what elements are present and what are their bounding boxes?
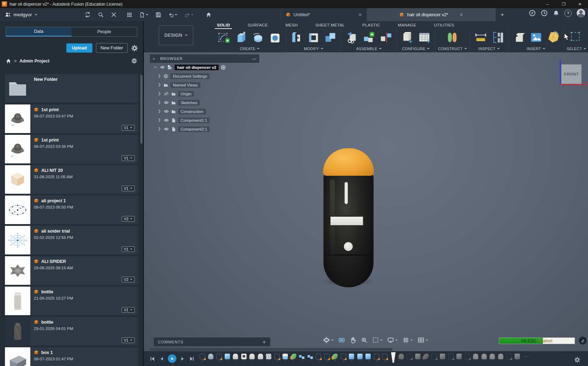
viewport-canvas[interactable]: « BROWSER — hair oil dispencer v2 ❯ Docu…	[144, 52, 588, 366]
timeline-overflow-ellipsis[interactable]: …	[524, 353, 529, 358]
timeline-feature-revolve[interactable]	[208, 354, 213, 359]
team-switcher[interactable]: medgyor	[0, 12, 42, 18]
new-component-icon[interactable]	[361, 29, 377, 46]
timeline-feature-sketch[interactable]	[341, 354, 346, 359]
tab-close-icon[interactable]: ✕	[358, 12, 362, 17]
home-view-button[interactable]	[206, 12, 212, 18]
revolve-icon[interactable]	[250, 29, 266, 46]
search-button[interactable]	[98, 12, 104, 18]
pan-tool[interactable]	[350, 337, 356, 343]
tab-hair-oil-dispencer[interactable]: hair oil dispencer v2* ✕	[367, 8, 496, 21]
timeline-feature-fillet[interactable]	[249, 354, 255, 359]
chevron-down-icon[interactable]	[153, 65, 157, 69]
measure-icon[interactable]	[473, 29, 489, 46]
canvas-image-icon[interactable]	[528, 29, 544, 46]
upload-button[interactable]: Upload	[66, 43, 92, 53]
eye-icon[interactable]	[164, 118, 169, 123]
tab-sheet-metal[interactable]: SHEET METAL	[315, 22, 345, 28]
timeline-feature-fillet[interactable]	[481, 354, 487, 359]
workspace-design-dropdown[interactable]: DESIGN	[159, 25, 193, 45]
tab-close-icon[interactable]: ✕	[459, 12, 463, 17]
group-label-modify[interactable]: MODIFY	[304, 47, 323, 51]
tab-manage[interactable]: MANAGE	[397, 22, 417, 28]
list-item-ali-spider[interactable]: ALI SPIDER 29-08-2025 08:15 AM V2	[5, 256, 138, 285]
timeline-feature-extrude[interactable]	[415, 354, 420, 359]
timeline-feature-component[interactable]	[299, 354, 304, 359]
new-tab-button[interactable]: +	[496, 8, 509, 21]
timeline-play-button[interactable]	[168, 354, 176, 363]
orbit-tool[interactable]	[323, 337, 334, 343]
zoom-window-tool[interactable]	[372, 337, 383, 343]
canvas-scrollbar[interactable]	[150, 348, 393, 351]
version-dropdown[interactable]: V3	[122, 216, 135, 222]
timeline-feature-sketch[interactable]	[506, 354, 511, 359]
combine-icon[interactable]	[323, 29, 338, 46]
breadcrumb-project[interactable]: Admin Project	[19, 59, 49, 64]
timeline-feature-sketch[interactable]	[216, 354, 222, 359]
insert-derive-icon[interactable]	[511, 29, 527, 46]
tab-utilities[interactable]: UTILITIES	[433, 22, 455, 28]
timeline-feature-sketch[interactable]	[432, 354, 437, 359]
tab-untitled[interactable]: Untitled* ✕	[280, 8, 367, 21]
browser-row-component1[interactable]: ❯ Component1:1	[150, 116, 259, 125]
list-item-box-1[interactable]: box 1 08-07-2023 01:47 PM	[5, 347, 138, 366]
list-item-bottle[interactable]: bottle 29-01-2026 04:01 PM V1	[5, 317, 138, 346]
redo-button[interactable]	[184, 12, 194, 18]
timeline-feature-sketch[interactable]	[465, 354, 470, 359]
insert-mesh-icon[interactable]	[545, 29, 561, 46]
chevron-right-icon[interactable]: ❯	[158, 118, 161, 122]
timeline-feature-sketch[interactable]	[200, 354, 205, 359]
close-document-button[interactable]	[111, 12, 117, 18]
press-pull-icon[interactable]	[289, 29, 304, 46]
list-item-ali-nit-20[interactable]: ALI NIT 20 31-08-2025 11:05 AM V1	[5, 165, 138, 194]
version-dropdown[interactable]: V1	[122, 125, 135, 131]
list-item-1st-print[interactable]: 1st print 06-07-2023 03:47 PM V1	[5, 104, 138, 133]
tab-people[interactable]: People	[72, 27, 137, 36]
group-label-select[interactable]: SELECT	[567, 47, 586, 51]
profile-avatar[interactable]	[577, 9, 585, 17]
timeline-feature-sweep[interactable]	[291, 354, 296, 359]
eye-off-icon[interactable]	[164, 91, 169, 96]
timeline-feature-fillet[interactable]	[490, 354, 495, 359]
group-label-create[interactable]: CREATE	[240, 47, 260, 51]
look-at-tool[interactable]	[338, 337, 345, 343]
timeline-go-end-button[interactable]	[189, 356, 195, 362]
version-dropdown[interactable]: V1	[122, 155, 135, 161]
minimize-panel-icon[interactable]: —	[252, 56, 256, 61]
timeline-feature-sketch[interactable]	[316, 354, 321, 359]
tab-plastic[interactable]: PLASTIC	[362, 22, 381, 28]
browser-row-named-views[interactable]: ❯ Named Views	[150, 80, 259, 89]
extensions-compass-icon[interactable]	[529, 10, 536, 17]
shell-icon[interactable]	[306, 29, 321, 46]
timeline-feature-sketch[interactable]	[374, 354, 379, 359]
group-label-construct[interactable]: CONSTRUCT	[438, 47, 467, 51]
timeline-feature-fillet[interactable]	[233, 354, 238, 359]
list-item-ali-project-1[interactable]: ali project 1 08-07-2023 06:50 PM V3	[5, 196, 138, 224]
group-label-inspect[interactable]: INSPECT	[478, 47, 499, 51]
comments-bar[interactable]: COMMENTS +	[154, 337, 270, 346]
hole-icon[interactable]	[267, 29, 283, 46]
browser-root-row[interactable]: hair oil dispencer v2	[150, 63, 259, 72]
timeline-position-marker[interactable]	[391, 352, 396, 363]
configuration-table-icon[interactable]	[417, 29, 432, 46]
chevron-right-icon[interactable]: ❯	[158, 127, 161, 131]
timeline-feature-sweep[interactable]	[423, 354, 429, 359]
feedback-pen-icon[interactable]	[578, 336, 587, 345]
window-maximize-button[interactable]: ❐	[556, 0, 572, 8]
view-cube[interactable]: FRONT	[558, 62, 583, 86]
select-icon[interactable]	[569, 29, 584, 46]
browser-row-document-settings[interactable]: ❯ Document Settings	[150, 72, 259, 80]
eye-icon[interactable]	[164, 100, 169, 105]
group-label-configure[interactable]: CONFIGURE	[402, 47, 430, 51]
configure-icon[interactable]	[400, 29, 415, 46]
group-label-assemble[interactable]: ASSEMBLE	[356, 47, 382, 51]
list-item-folder[interactable]: New Folder	[5, 74, 138, 103]
timeline-feature-extrude[interactable]	[440, 354, 445, 359]
undo-button[interactable]	[168, 12, 177, 18]
timeline-feature-extrude[interactable]	[515, 354, 520, 359]
timeline-feature-revolve[interactable]	[399, 354, 404, 359]
timeline-feature-sketch[interactable]	[382, 354, 387, 359]
app-grid-button[interactable]	[127, 12, 132, 18]
timeline-feature-fillet[interactable]	[498, 354, 503, 359]
timeline-step-back-button[interactable]	[159, 356, 165, 362]
